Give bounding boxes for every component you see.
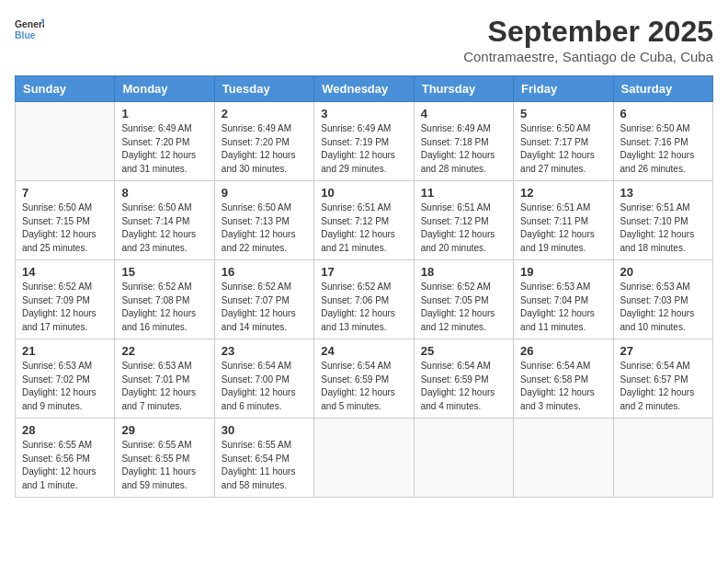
calendar-cell: 30Sunrise: 6:55 AMSunset: 6:54 PMDayligh… (214, 419, 313, 498)
calendar-cell: 11Sunrise: 6:51 AMSunset: 7:12 PMDayligh… (414, 181, 513, 260)
day-number: 18 (421, 265, 506, 279)
day-number: 10 (321, 186, 406, 200)
day-number: 22 (121, 344, 207, 358)
day-info: Sunrise: 6:52 AMSunset: 7:05 PMDaylight:… (421, 281, 506, 334)
calendar-cell: 14Sunrise: 6:52 AMSunset: 7:09 PMDayligh… (16, 260, 115, 339)
day-info: Sunrise: 6:54 AMSunset: 6:59 PMDaylight:… (421, 360, 506, 413)
calendar-cell: 29Sunrise: 6:55 AMSunset: 6:55 PMDayligh… (115, 419, 214, 498)
svg-text:Blue: Blue (15, 30, 36, 40)
day-number: 11 (421, 186, 506, 200)
day-info: Sunrise: 6:51 AMSunset: 7:12 PMDaylight:… (421, 201, 506, 255)
logo: General Blue (15, 15, 44, 44)
weekday-header-wednesday: Wednesday (314, 76, 414, 102)
day-number: 29 (121, 423, 207, 437)
day-number: 25 (421, 344, 506, 358)
calendar-cell: 9Sunrise: 6:50 AMSunset: 7:13 PMDaylight… (214, 181, 313, 260)
calendar-cell: 2Sunrise: 6:49 AMSunset: 7:20 PMDaylight… (214, 102, 313, 181)
calendar-cell (613, 419, 712, 498)
weekday-header-thursday: Thursday (414, 76, 513, 102)
calendar-cell: 5Sunrise: 6:50 AMSunset: 7:17 PMDaylight… (514, 102, 613, 181)
day-number: 19 (520, 265, 606, 279)
day-number: 15 (121, 265, 207, 279)
calendar-cell: 26Sunrise: 6:54 AMSunset: 6:58 PMDayligh… (514, 339, 613, 419)
weekday-header-tuesday: Tuesday (214, 76, 313, 102)
day-info: Sunrise: 6:50 AMSunset: 7:13 PMDaylight:… (222, 201, 307, 255)
calendar-cell: 16Sunrise: 6:52 AMSunset: 7:07 PMDayligh… (214, 260, 313, 339)
day-number: 2 (222, 107, 307, 121)
title-section: September 2025 Contramaestre, Santiago d… (463, 15, 713, 64)
calendar-cell: 10Sunrise: 6:51 AMSunset: 7:12 PMDayligh… (314, 181, 414, 260)
calendar-cell: 4Sunrise: 6:49 AMSunset: 7:18 PMDaylight… (414, 102, 513, 181)
day-number: 23 (222, 344, 307, 358)
location-title: Contramaestre, Santiago de Cuba, Cuba (463, 49, 713, 64)
day-info: Sunrise: 6:53 AMSunset: 7:01 PMDaylight:… (121, 360, 207, 413)
day-info: Sunrise: 6:50 AMSunset: 7:15 PMDaylight:… (22, 201, 108, 255)
calendar-cell: 6Sunrise: 6:50 AMSunset: 7:16 PMDaylight… (613, 102, 712, 181)
weekday-header-saturday: Saturday (613, 76, 712, 102)
svg-text:General: General (15, 19, 44, 29)
day-number: 6 (620, 107, 706, 121)
day-number: 13 (620, 186, 706, 200)
day-number: 4 (421, 107, 506, 121)
day-info: Sunrise: 6:54 AMSunset: 6:58 PMDaylight:… (520, 360, 606, 413)
weekday-header-monday: Monday (115, 76, 214, 102)
day-info: Sunrise: 6:54 AMSunset: 7:00 PMDaylight:… (222, 360, 307, 413)
calendar-cell: 12Sunrise: 6:51 AMSunset: 7:11 PMDayligh… (514, 181, 613, 260)
day-info: Sunrise: 6:54 AMSunset: 6:59 PMDaylight:… (321, 360, 406, 413)
page-header: General Blue September 2025 Contramaestr… (15, 15, 713, 64)
day-info: Sunrise: 6:53 AMSunset: 7:04 PMDaylight:… (520, 281, 606, 334)
day-number: 16 (222, 265, 307, 279)
day-number: 24 (321, 344, 406, 358)
calendar-cell: 18Sunrise: 6:52 AMSunset: 7:05 PMDayligh… (414, 260, 513, 339)
day-number: 1 (121, 107, 207, 121)
day-info: Sunrise: 6:53 AMSunset: 7:02 PMDaylight:… (22, 360, 108, 413)
calendar-cell (16, 102, 115, 181)
weekday-header-row: SundayMondayTuesdayWednesdayThursdayFrid… (16, 76, 713, 102)
day-number: 21 (22, 344, 108, 358)
calendar-week-row-3: 14Sunrise: 6:52 AMSunset: 7:09 PMDayligh… (16, 260, 713, 339)
day-number: 3 (321, 107, 406, 121)
day-info: Sunrise: 6:49 AMSunset: 7:20 PMDaylight:… (121, 122, 207, 176)
day-number: 14 (22, 265, 108, 279)
calendar-cell: 28Sunrise: 6:55 AMSunset: 6:56 PMDayligh… (16, 419, 115, 498)
day-info: Sunrise: 6:55 AMSunset: 6:56 PMDaylight:… (22, 439, 108, 492)
calendar-cell: 27Sunrise: 6:54 AMSunset: 6:57 PMDayligh… (613, 339, 712, 419)
day-info: Sunrise: 6:52 AMSunset: 7:06 PMDaylight:… (321, 281, 406, 334)
calendar-week-row-4: 21Sunrise: 6:53 AMSunset: 7:02 PMDayligh… (16, 339, 713, 419)
calendar-cell: 8Sunrise: 6:50 AMSunset: 7:14 PMDaylight… (115, 181, 214, 260)
day-number: 8 (121, 186, 207, 200)
calendar-cell (314, 419, 414, 498)
day-number: 12 (520, 186, 606, 200)
day-info: Sunrise: 6:51 AMSunset: 7:12 PMDaylight:… (321, 201, 406, 255)
calendar-cell: 15Sunrise: 6:52 AMSunset: 7:08 PMDayligh… (115, 260, 214, 339)
day-info: Sunrise: 6:50 AMSunset: 7:17 PMDaylight:… (520, 122, 606, 176)
day-info: Sunrise: 6:52 AMSunset: 7:07 PMDaylight:… (222, 281, 307, 334)
day-info: Sunrise: 6:52 AMSunset: 7:09 PMDaylight:… (22, 281, 108, 334)
day-number: 20 (620, 265, 706, 279)
day-info: Sunrise: 6:51 AMSunset: 7:11 PMDaylight:… (520, 201, 606, 255)
calendar-cell: 19Sunrise: 6:53 AMSunset: 7:04 PMDayligh… (514, 260, 613, 339)
day-number: 30 (222, 423, 307, 437)
weekday-header-sunday: Sunday (16, 76, 115, 102)
calendar-cell: 21Sunrise: 6:53 AMSunset: 7:02 PMDayligh… (16, 339, 115, 419)
calendar-cell: 22Sunrise: 6:53 AMSunset: 7:01 PMDayligh… (115, 339, 214, 419)
day-number: 17 (321, 265, 406, 279)
day-info: Sunrise: 6:54 AMSunset: 6:57 PMDaylight:… (620, 360, 706, 413)
day-number: 9 (222, 186, 307, 200)
calendar-cell: 17Sunrise: 6:52 AMSunset: 7:06 PMDayligh… (314, 260, 414, 339)
day-info: Sunrise: 6:50 AMSunset: 7:16 PMDaylight:… (620, 122, 706, 176)
day-number: 26 (520, 344, 606, 358)
day-info: Sunrise: 6:49 AMSunset: 7:20 PMDaylight:… (222, 122, 307, 176)
calendar-cell: 1Sunrise: 6:49 AMSunset: 7:20 PMDaylight… (115, 102, 214, 181)
calendar-week-row-2: 7Sunrise: 6:50 AMSunset: 7:15 PMDaylight… (16, 181, 713, 260)
weekday-header-friday: Friday (514, 76, 613, 102)
calendar-cell: 23Sunrise: 6:54 AMSunset: 7:00 PMDayligh… (214, 339, 313, 419)
calendar-cell: 13Sunrise: 6:51 AMSunset: 7:10 PMDayligh… (613, 181, 712, 260)
calendar-table: SundayMondayTuesdayWednesdayThursdayFrid… (15, 75, 713, 498)
calendar-cell: 7Sunrise: 6:50 AMSunset: 7:15 PMDaylight… (16, 181, 115, 260)
day-info: Sunrise: 6:49 AMSunset: 7:19 PMDaylight:… (321, 122, 406, 176)
calendar-cell: 24Sunrise: 6:54 AMSunset: 6:59 PMDayligh… (314, 339, 414, 419)
day-number: 27 (620, 344, 706, 358)
calendar-cell (514, 419, 613, 498)
day-info: Sunrise: 6:49 AMSunset: 7:18 PMDaylight:… (421, 122, 506, 176)
